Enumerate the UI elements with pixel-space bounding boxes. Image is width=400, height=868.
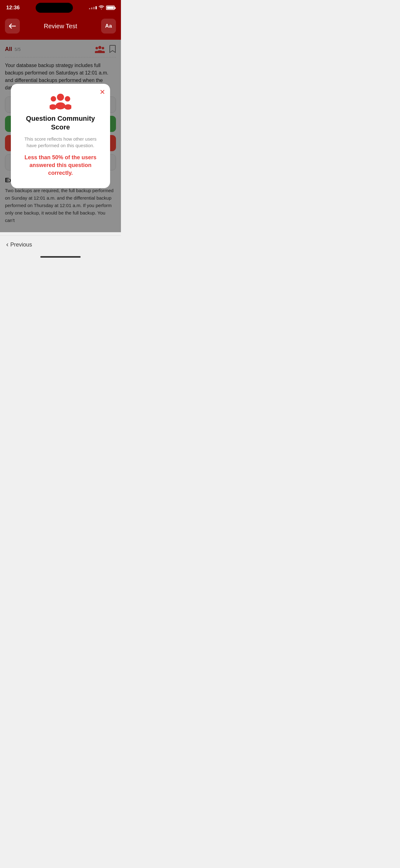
svg-point-9: [56, 102, 65, 109]
bottom-nav: ‹ Previous: [0, 235, 121, 254]
modal-subtitle: This score reflects how other users have…: [20, 136, 101, 149]
svg-point-11: [64, 104, 71, 110]
modal-close-button[interactable]: ✕: [100, 89, 105, 96]
status-icons: [89, 5, 115, 10]
page-title: Review Test: [44, 23, 77, 30]
home-indicator: [0, 254, 121, 261]
wifi-icon: [99, 5, 104, 10]
svg-point-7: [51, 96, 57, 101]
status-bar: 12:36: [0, 0, 121, 16]
modal-score-text: Less than 50% of the users answered this…: [20, 154, 101, 177]
svg-point-10: [49, 104, 57, 110]
status-time: 12:36: [6, 5, 20, 11]
svg-point-6: [57, 93, 64, 101]
back-button[interactable]: [5, 19, 20, 34]
modal-title: Question Community Score: [20, 114, 101, 132]
notch: [36, 3, 73, 13]
header: Review Test Aa: [0, 16, 121, 40]
modal-community-icon: [49, 91, 71, 110]
modal-card: ✕ Question Community Score This score re…: [11, 84, 110, 188]
font-button[interactable]: Aa: [101, 19, 116, 34]
home-bar: [40, 256, 80, 258]
previous-label: Previous: [10, 242, 32, 248]
modal-overlay: ✕ Question Community Score This score re…: [0, 40, 121, 232]
font-label: Aa: [105, 23, 112, 29]
previous-button[interactable]: ‹ Previous: [6, 241, 32, 249]
battery-icon: [106, 6, 115, 10]
main-content: All 5/5 Your database backup strategy in…: [0, 40, 121, 232]
signal-icon: [89, 6, 97, 9]
svg-point-8: [65, 96, 70, 101]
chevron-left-icon: ‹: [6, 241, 8, 249]
